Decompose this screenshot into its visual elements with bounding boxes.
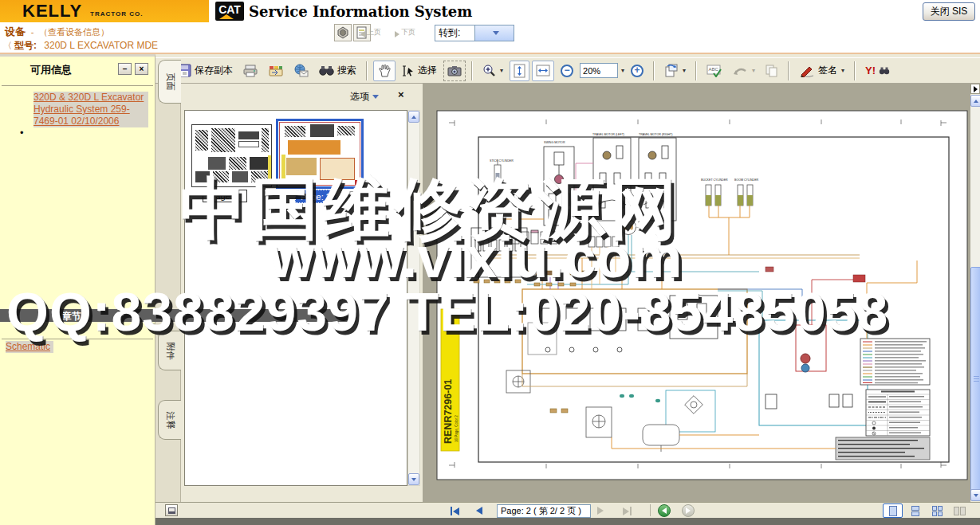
- options-dropdown[interactable]: 选项: [350, 90, 379, 104]
- first-page-button[interactable]: [449, 505, 461, 517]
- prev-page-button[interactable]: 上页: [360, 27, 381, 37]
- toolbar-separator: [854, 61, 856, 80]
- zoom-in-button[interactable]: +: [627, 61, 647, 81]
- search-button[interactable]: 搜索: [315, 61, 360, 81]
- part-icon-button[interactable]: [334, 24, 352, 41]
- sign-button[interactable]: 签名 ▾: [795, 61, 848, 81]
- printer-icon: [243, 65, 258, 77]
- page-1-thumbnail[interactable]: [191, 124, 272, 187]
- bar-icon: [630, 507, 632, 515]
- pages-thumbnail-panel: 选项 ×: [181, 84, 423, 502]
- doc-number-label: RENR7296-01: [443, 379, 454, 444]
- hydraulic-system-doc-link[interactable]: 320D & 320D L Excavator Hydraulic System…: [33, 92, 148, 127]
- hand-tool-button[interactable]: [373, 61, 396, 81]
- viewer-status-bar: [155, 502, 980, 518]
- chevron-down-icon: [372, 95, 379, 99]
- model-value[interactable]: 320D L EXCAVATOR MDE: [44, 40, 158, 51]
- arrow-up-icon: [411, 116, 416, 119]
- rotate-pages-button[interactable]: ▾: [660, 61, 690, 81]
- scroll-up-button[interactable]: [408, 111, 419, 123]
- yahoo-search-button[interactable]: Y!: [861, 61, 894, 81]
- arrow-right-icon: [686, 507, 691, 514]
- thumb-block: [195, 171, 210, 182]
- single-page-layout-button[interactable]: [883, 503, 903, 518]
- spellcheck-button[interactable]: ABC: [703, 61, 726, 81]
- save-copy-button[interactable]: 保存副本: [174, 61, 237, 81]
- scrollbar-grip: [974, 376, 979, 382]
- fit-page-button[interactable]: [510, 61, 529, 81]
- app-header: KELLY TRACTOR CO. CAT Service Informatio…: [0, 0, 980, 22]
- email-button[interactable]: [289, 61, 313, 81]
- toolbar-separator: [366, 61, 368, 80]
- copy-button[interactable]: [762, 61, 782, 81]
- viewer-toolbar: 保存副本 搜索 选择: [155, 57, 980, 84]
- zoom-level-input[interactable]: [580, 63, 618, 78]
- snapshot-tool-button[interactable]: [443, 61, 466, 81]
- thumb-block: [320, 158, 355, 180]
- toolbar-separator: [788, 61, 789, 80]
- page-2-thumbnail-label[interactable]: Page: 2: [295, 190, 337, 203]
- hydraulic-schematic: RENR7296-01 16 Page, Color 2 STICK CYLIN…: [423, 84, 970, 502]
- arrow-right-icon: [974, 86, 978, 92]
- print-button[interactable]: [239, 61, 262, 81]
- doc-scroll-down-button[interactable]: [970, 489, 980, 501]
- undo-button[interactable]: ▾: [728, 61, 759, 81]
- page-number-field[interactable]: [497, 504, 591, 518]
- collapse-icon: [168, 507, 175, 514]
- thumbnail-scrollbar[interactable]: [407, 110, 420, 486]
- arrow-up-icon: [974, 100, 978, 103]
- schematic-link[interactable]: Schematic: [6, 341, 53, 353]
- thumb-block: [288, 140, 340, 155]
- zoom-level-caret[interactable]: ▾: [621, 67, 624, 74]
- select-tool-button[interactable]: 选择: [398, 61, 441, 81]
- zoom-tool-button[interactable]: ▾: [478, 61, 507, 81]
- collapse-panel-button[interactable]: [165, 504, 178, 516]
- label-bucket-cylinder: BUCKET CYLINDER: [701, 178, 728, 182]
- tab-comments[interactable]: 注释: [158, 400, 181, 440]
- previous-page-button[interactable]: [474, 505, 484, 516]
- thumbnail-panel-close-button[interactable]: ×: [398, 88, 404, 100]
- page-2-label-edit-box[interactable]: [349, 191, 358, 202]
- next-page-button-disabled[interactable]: [596, 505, 605, 516]
- continuous-layout-button[interactable]: [905, 503, 925, 518]
- thumbnail-list: Page: 1 Page: 2: [184, 110, 407, 486]
- goto-dropdown-arrow[interactable]: [474, 25, 514, 41]
- view-equipment-info-label[interactable]: （查看设备信息）: [39, 27, 109, 37]
- doc-scroll-up-button[interactable]: [970, 95, 980, 107]
- list-bullet: •: [20, 127, 24, 139]
- arrow-left-icon: [662, 507, 667, 514]
- label-travel-motor-left: TRAVEL MOTOR (LEFT): [592, 133, 624, 136]
- undo-arrow-icon: [732, 65, 748, 76]
- close-sis-button[interactable]: 关闭 SIS: [923, 2, 975, 21]
- document-view[interactable]: RENR7296-01 16 Page, Color 2 STICK CYLIN…: [423, 84, 970, 502]
- goto-dropdown[interactable]: 转到:: [435, 25, 514, 41]
- tab-attachments[interactable]: 附件: [158, 331, 181, 370]
- label-boom-cylinder: BOOM CYLINDER: [734, 178, 759, 182]
- facing-layout-button[interactable]: [950, 503, 970, 518]
- tab-pages[interactable]: 页面: [158, 60, 181, 104]
- last-page-button-disabled[interactable]: [621, 505, 633, 517]
- arrow-left-icon: [476, 507, 482, 515]
- page-1-thumbnail-label[interactable]: Page: 1: [203, 190, 247, 202]
- sidebar-minimize-button[interactable]: –: [118, 63, 132, 75]
- thumb-block: [211, 128, 235, 152]
- sign-label: 签名: [818, 64, 837, 77]
- doc-scrollbar-thumb[interactable]: [970, 267, 980, 492]
- single-page-icon: [889, 506, 897, 516]
- next-page-button[interactable]: 下页: [395, 27, 415, 37]
- scroll-down-button[interactable]: [408, 473, 419, 485]
- back-arrow[interactable]: 〈: [3, 40, 12, 52]
- view-forward-button[interactable]: [682, 504, 695, 517]
- continuous-facing-layout-button[interactable]: [927, 503, 947, 518]
- organize-button[interactable]: [264, 61, 287, 81]
- view-back-button[interactable]: [658, 504, 671, 517]
- sidebar-close-button[interactable]: ×: [135, 63, 148, 75]
- zoom-out-button[interactable]: −: [557, 61, 577, 81]
- yahoo-binoculars-icon: [879, 66, 890, 75]
- fit-width-button[interactable]: [532, 61, 554, 81]
- expand-pane-button[interactable]: [970, 84, 980, 94]
- thumb-block: [355, 180, 360, 185]
- model-label: 型号:: [14, 40, 37, 51]
- thumb-block: [250, 157, 269, 170]
- page-2-thumbnail-selected[interactable]: [276, 119, 364, 189]
